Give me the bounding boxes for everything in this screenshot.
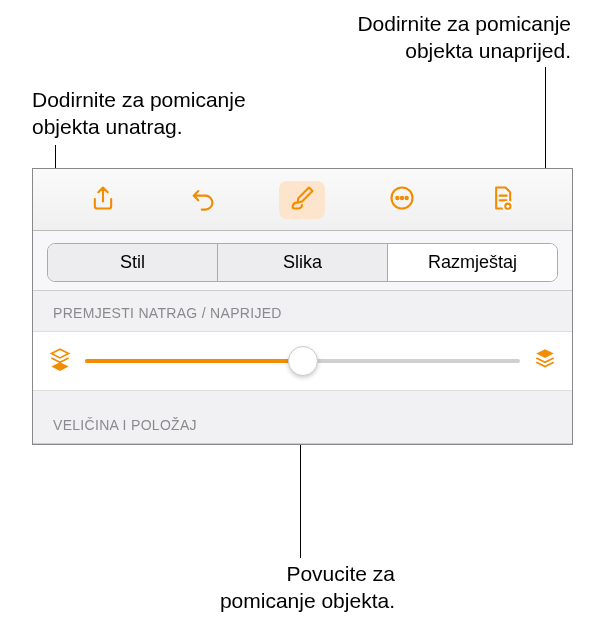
tabs-container: Stil Slika Razmještaj <box>33 231 572 291</box>
callout-forward: Dodirnite za pomicanje objekta unaprijed… <box>357 10 571 65</box>
more-icon <box>388 184 416 216</box>
share-button[interactable] <box>80 181 126 219</box>
divider <box>33 443 572 444</box>
callout-back: Dodirnite za pomicanje objekta unatrag. <box>32 86 246 141</box>
callout-drag-text: Povucite za pomicanje objekta. <box>220 562 395 612</box>
tab-image-label: Slika <box>283 252 322 272</box>
callout-back-text: Dodirnite za pomicanje objekta unatrag. <box>32 88 246 138</box>
slider-thumb[interactable] <box>288 346 318 376</box>
format-button[interactable] <box>279 181 325 219</box>
section-header-move: PREMJESTI NATRAG / NAPRIJED <box>33 291 572 331</box>
layer-slider-row <box>33 331 572 391</box>
segmented-control: Stil Slika Razmještaj <box>47 243 558 282</box>
tab-style-label: Stil <box>120 252 145 272</box>
tab-style[interactable]: Stil <box>48 244 218 281</box>
tab-image[interactable]: Slika <box>218 244 388 281</box>
document-icon <box>488 184 516 216</box>
move-back-button[interactable] <box>45 346 75 376</box>
tab-arrange-label: Razmještaj <box>428 252 517 272</box>
document-button[interactable] <box>479 181 525 219</box>
slider-track-fill <box>85 359 303 363</box>
layer-slider[interactable] <box>85 349 520 373</box>
section-move-label: PREMJESTI NATRAG / NAPRIJED <box>53 305 282 321</box>
share-icon <box>89 184 117 216</box>
tab-arrange[interactable]: Razmještaj <box>388 244 557 281</box>
undo-button[interactable] <box>180 181 226 219</box>
undo-icon <box>189 184 217 216</box>
toolbar <box>33 169 572 231</box>
svg-point-2 <box>401 196 403 198</box>
section-size-label: VELIČINA I POLOŽAJ <box>53 417 197 433</box>
callout-drag: Povucite za pomicanje objekta. <box>165 560 395 615</box>
callout-forward-text: Dodirnite za pomicanje objekta unaprijed… <box>357 12 571 62</box>
section-header-size: VELIČINA I POLOŽAJ <box>33 391 572 443</box>
move-forward-button[interactable] <box>530 346 560 376</box>
more-button[interactable] <box>379 181 425 219</box>
layers-forward-icon <box>532 346 558 376</box>
layers-back-icon <box>47 346 73 376</box>
svg-point-5 <box>506 204 509 207</box>
paintbrush-icon <box>288 184 316 216</box>
svg-point-3 <box>406 196 408 198</box>
svg-point-1 <box>396 196 398 198</box>
format-panel: Stil Slika Razmještaj PREMJESTI NATRAG /… <box>32 168 573 445</box>
